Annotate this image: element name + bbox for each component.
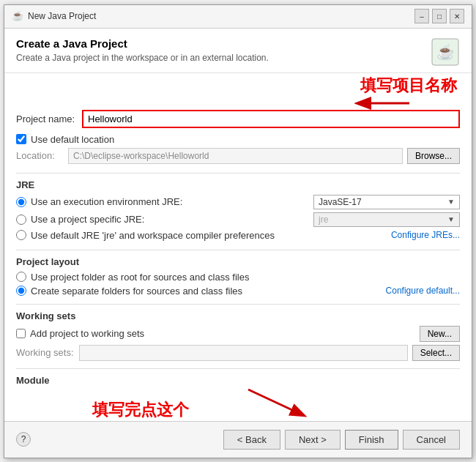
jre-option3-radio-row: Use default JRE 'jre' and workspace comp…: [16, 230, 275, 241]
dialog-title: Create a Java Project: [16, 37, 269, 50]
separator-2: [16, 250, 460, 250]
use-default-location-row: Use default location: [16, 134, 460, 145]
footer-left: ?: [16, 432, 31, 447]
jre-option2-radio[interactable]: [16, 215, 26, 225]
working-sets-field-label: Working sets:: [16, 347, 75, 358]
annotation-top: 填写项目名称: [360, 75, 457, 97]
jre-radio-group: Use an execution environment JRE: JavaSE…: [16, 195, 460, 241]
jre-option1-label: Use an execution environment JRE:: [31, 196, 182, 207]
project-name-input[interactable]: [82, 110, 460, 128]
title-bar: ☕ New Java Project – □ ✕: [4, 5, 472, 29]
working-sets-label: Working sets: [16, 310, 460, 321]
project-name-label: Project name:: [16, 113, 82, 124]
layout-option1-row: Use project folder as root for sources a…: [16, 272, 460, 283]
main-content: 填写项目名称 Project name: Use default locatio…: [4, 73, 472, 421]
separator-1: [16, 173, 460, 174]
header-texts: Create a Java Project Create a Java proj…: [16, 37, 269, 63]
title-bar-left: ☕ New Java Project: [12, 10, 96, 22]
layout-option1-radio[interactable]: [16, 272, 26, 282]
header-icon: ☕: [431, 37, 460, 67]
jre-option1-row: Use an execution environment JRE: JavaSE…: [16, 195, 460, 209]
jre-option3-row: Use default JRE 'jre' and workspace comp…: [16, 230, 460, 241]
working-sets-input: [79, 345, 408, 361]
dialog-header: Create a Java Project Create a Java proj…: [4, 29, 472, 73]
location-input: [68, 148, 403, 164]
cancel-button[interactable]: Cancel: [403, 430, 460, 450]
jre-option2-row: Use a project specific JRE: jre ▼: [16, 212, 460, 227]
jre-specific-select[interactable]: jre ▼: [313, 212, 460, 227]
separator-4: [16, 368, 460, 369]
window-title: New Java Project: [28, 11, 96, 21]
close-button[interactable]: ✕: [450, 9, 464, 23]
jre-specific-arrow: ▼: [447, 215, 455, 223]
layout-option2-row: Create separate folders for sources and …: [16, 286, 460, 297]
jre-option2-label: Use a project specific JRE:: [31, 214, 144, 225]
layout-option2-radio-row: Create separate folders for sources and …: [16, 286, 242, 297]
project-layout-label: Project layout: [16, 256, 460, 267]
project-layout-section: Project layout Use project folder as roo…: [16, 256, 460, 297]
configure-jres-link[interactable]: Configure JREs...: [391, 230, 460, 240]
jre-option3-radio[interactable]: [16, 230, 26, 240]
next-button[interactable]: Next >: [285, 430, 341, 450]
separator-3: [16, 304, 460, 305]
project-name-row: Project name:: [16, 110, 460, 128]
location-row: Location: Browse...: [16, 148, 460, 164]
browse-button[interactable]: Browse...: [407, 148, 460, 164]
new-java-project-dialog: ☕ New Java Project – □ ✕ Create a Java P…: [4, 4, 472, 458]
maximize-button[interactable]: □: [432, 9, 447, 23]
jre-section-label: JRE: [16, 179, 460, 190]
layout-option2-radio[interactable]: [16, 286, 26, 296]
annotation-bottom: 填写完点这个: [92, 399, 189, 421]
layout-option2-label: Create separate folders for sources and …: [31, 286, 242, 297]
jre-option3-label: Use default JRE 'jre' and workspace comp…: [31, 230, 275, 241]
location-label: Location:: [16, 150, 64, 161]
jre-env-value: JavaSE-17: [319, 197, 362, 207]
dialog-footer: ? < Back Next > Finish Cancel: [4, 421, 472, 458]
jre-option1-radio[interactable]: [16, 197, 26, 207]
jre-env-select[interactable]: JavaSE-17 ▼: [313, 195, 460, 209]
layout-option1-label: Use project folder as root for sources a…: [31, 272, 249, 283]
use-default-location-checkbox[interactable]: [16, 134, 26, 144]
title-controls: – □ ✕: [414, 9, 464, 23]
working-sets-input-row: Working sets: Select...: [16, 345, 460, 361]
jre-specific-value: jre: [319, 215, 328, 225]
footer-right: < Back Next > Finish Cancel: [223, 430, 460, 450]
new-working-set-button[interactable]: New...: [420, 326, 460, 342]
use-default-location-label: Use default location: [31, 134, 114, 145]
configure-default-link[interactable]: Configure default...: [386, 286, 460, 296]
svg-text:☕: ☕: [436, 43, 455, 61]
jre-env-arrow: ▼: [447, 198, 455, 206]
help-button[interactable]: ?: [16, 432, 31, 447]
back-button[interactable]: < Back: [223, 430, 280, 450]
finish-button[interactable]: Finish: [345, 430, 398, 450]
add-to-working-sets-label: Add project to working sets: [30, 328, 144, 339]
select-working-sets-button[interactable]: Select...: [412, 345, 460, 361]
window-icon: ☕: [12, 10, 23, 22]
module-label: Module: [16, 375, 460, 386]
dialog-subtitle: Create a Java project in the workspace o…: [16, 53, 269, 63]
module-section: Module: [16, 375, 460, 386]
working-sets-checkbox-row: Add project to working sets New...: [16, 326, 460, 342]
working-sets-section: Working sets Add project to working sets…: [16, 310, 460, 361]
minimize-button[interactable]: –: [414, 9, 429, 23]
add-to-working-sets-checkbox[interactable]: [16, 329, 26, 338]
